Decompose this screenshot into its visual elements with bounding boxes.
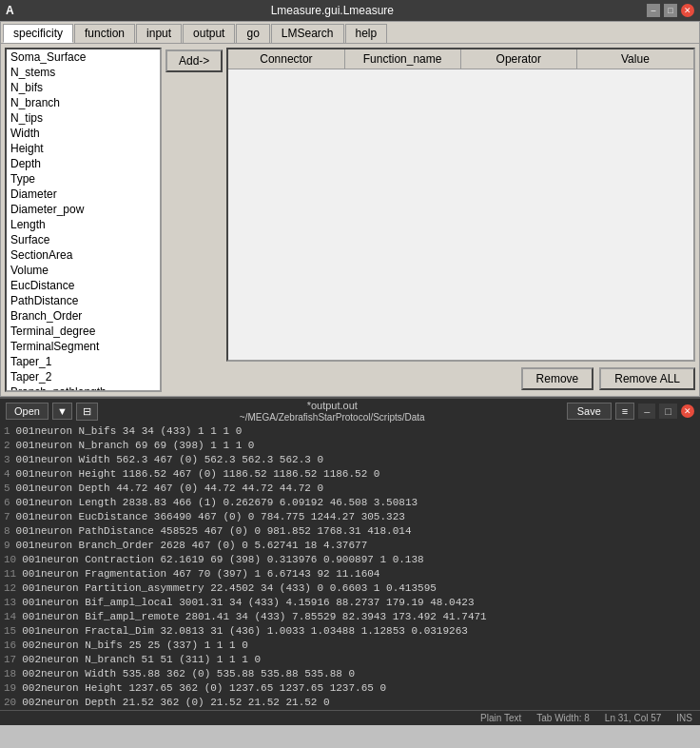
open-dropdown-button[interactable]: ▼ (52, 403, 72, 420)
close-button[interactable]: ✕ (681, 4, 694, 17)
line-content: 002neuron Width 535.88 362 (0) 535.88 53… (22, 668, 700, 679)
list-container: Soma_SurfaceN_stemsN_bifsN_branchN_tipsW… (5, 48, 162, 392)
text-line: 15001neuron Fractal_Dim 32.0813 31 (436)… (0, 625, 700, 640)
tab-LMSearch[interactable]: LMSearch (271, 24, 344, 43)
line-content: 001neuron Bif_ampl_remote 2801.41 34 (43… (22, 611, 700, 622)
tab-go[interactable]: go (236, 24, 269, 43)
tab-output[interactable]: output (183, 24, 235, 43)
line-number: 20 (0, 697, 22, 708)
list-item[interactable]: SectionArea (7, 247, 160, 263)
list-item[interactable]: PathDistance (7, 293, 160, 308)
list-item[interactable]: Height (7, 141, 160, 156)
text-line: 3001neuron Width 562.3 467 (0) 562.3 562… (0, 454, 700, 468)
function-list[interactable]: Soma_SurfaceN_stemsN_bifsN_branchN_tipsW… (5, 48, 162, 392)
bottom-close-button[interactable]: ✕ (681, 404, 694, 418)
open-button[interactable]: Open (6, 403, 49, 420)
line-number: 6 (0, 497, 16, 508)
add-button[interactable]: Add-> (165, 49, 223, 72)
bottom-minimize-button[interactable]: – (638, 404, 655, 419)
right-area: ConnectorFunction_nameOperatorValue (226, 48, 695, 362)
line-content: 001neuron Width 562.3 467 (0) 562.3 562.… (16, 454, 700, 465)
line-number: 17 (0, 654, 22, 665)
text-line: 1001neuron N_bifs 34 34 (433) 1 1 1 0 (0, 425, 700, 440)
list-item[interactable]: N_tips (7, 110, 160, 126)
add-btn-area: Add-> (165, 48, 223, 362)
bottom-icon-button[interactable]: ⊟ (76, 403, 98, 421)
list-item[interactable]: Branch_Order (7, 308, 160, 324)
list-item[interactable]: N_bifs (7, 80, 160, 95)
line-content: 001neuron Fractal_Dim 32.0813 31 (436) 1… (22, 625, 700, 637)
bottom-maximize-button[interactable]: □ (659, 404, 677, 419)
list-item[interactable]: Terminal_degree (7, 324, 160, 339)
list-item[interactable]: Volume (7, 263, 160, 278)
line-number: 14 (0, 611, 22, 622)
insert-mode: INS (676, 713, 692, 723)
list-item[interactable]: TerminalSegment (7, 339, 160, 354)
line-number: 7 (0, 511, 16, 522)
mid-section: Add-> ConnectorFunction_nameOperatorValu… (165, 48, 695, 362)
function-table: ConnectorFunction_nameOperatorValue (226, 48, 695, 362)
list-item[interactable]: N_stems (7, 65, 160, 80)
line-content: 002neuron Depth 21.52 362 (0) 21.52 21.5… (22, 697, 700, 708)
line-content: 001neuron Contraction 62.1619 69 (398) 0… (22, 554, 700, 565)
title-controls: – □ ✕ (647, 4, 694, 17)
line-number: 4 (0, 468, 16, 480)
line-content: 001neuron N_bifs 34 34 (433) 1 1 1 0 (16, 425, 700, 437)
list-item[interactable]: Taper_1 (7, 354, 160, 369)
table-header-cell: Operator (461, 49, 577, 69)
list-item[interactable]: Type (7, 171, 160, 187)
line-content: 001neuron Depth 44.72 467 (0) 44.72 44.7… (16, 482, 700, 494)
minimize-button[interactable]: – (647, 4, 660, 17)
text-line: 10001neuron Contraction 62.1619 69 (398)… (0, 554, 700, 568)
line-number: 9 (0, 540, 16, 551)
text-line: 7001neuron EucDistance 366490 467 (0) 0 … (0, 511, 700, 525)
tab-input[interactable]: input (136, 24, 182, 43)
text-line: 20002neuron Depth 21.52 362 (0) 21.52 21… (0, 697, 700, 710)
line-content: 001neuron EucDistance 366490 467 (0) 0 7… (16, 511, 700, 522)
text-line: 18002neuron Width 535.88 362 (0) 535.88 … (0, 668, 700, 682)
tab-specificity[interactable]: specificity (3, 24, 73, 43)
text-line: 8001neuron PathDistance 458525 467 (0) 0… (0, 525, 700, 540)
list-item[interactable]: Surface (7, 232, 160, 247)
line-number: 13 (0, 597, 22, 608)
list-item[interactable]: N_branch (7, 95, 160, 110)
tab-width: Tab Width: 8 (536, 713, 590, 723)
text-line: 4001neuron Height 1186.52 467 (0) 1186.5… (0, 468, 700, 482)
text-line: 11001neuron Fragmentation 467 70 (397) 1… (0, 568, 700, 582)
bottom-title-bar: Open ▼ ⊟ *output.out ~/MEGA/ZebrafishSta… (0, 399, 700, 423)
line-content: 001neuron Partition_asymmetry 22.4502 34… (22, 582, 700, 594)
list-item[interactable]: EucDistance (7, 278, 160, 293)
bottom-title-center: *output.out ~/MEGA/ZebrafishStarProtocol… (98, 400, 567, 423)
list-item[interactable]: Depth (7, 156, 160, 171)
text-editor[interactable]: 1001neuron N_bifs 34 34 (433) 1 1 1 0200… (0, 423, 700, 710)
line-number: 5 (0, 482, 16, 494)
menu-button[interactable]: ≡ (615, 403, 634, 420)
list-item[interactable]: Length (7, 217, 160, 232)
list-item[interactable]: Width (7, 126, 160, 141)
tab-help[interactable]: help (345, 24, 388, 43)
line-content: 001neuron Bif_ampl_local 3001.31 34 (433… (22, 597, 700, 608)
list-item[interactable]: Diameter (7, 187, 160, 202)
list-item[interactable]: Soma_Surface (7, 49, 160, 65)
list-item[interactable]: Branch_pathlength (7, 384, 160, 392)
editor-mode: Plain Text (480, 713, 521, 723)
remove-button[interactable]: Remove (521, 367, 594, 390)
list-item[interactable]: Diameter_pow (7, 202, 160, 217)
menu-tabs: specificityfunctioninputoutputgoLMSearch… (1, 22, 699, 44)
remove-all-button[interactable]: Remove ALL (599, 367, 695, 390)
line-content: 001neuron Fragmentation 467 70 (397) 1 6… (22, 568, 700, 580)
line-number: 10 (0, 554, 22, 565)
tab-function[interactable]: function (74, 24, 135, 43)
save-button[interactable]: Save (567, 403, 612, 420)
line-content: 001neuron Length 2838.83 466 (1) 0.26267… (16, 497, 700, 508)
line-content: 001neuron Branch_Order 2628 467 (0) 0 5.… (16, 540, 700, 551)
bottom-title-right: Save ≡ – □ ✕ (567, 403, 694, 420)
bottom-title-left: Open ▼ ⊟ (6, 403, 98, 421)
maximize-button[interactable]: □ (664, 4, 677, 17)
line-number: 2 (0, 440, 16, 451)
text-line: 2001neuron N_branch 69 69 (398) 1 1 1 0 (0, 440, 700, 454)
remove-btns-area: Remove Remove ALL (165, 365, 695, 392)
text-line: 16002neuron N_bifs 25 25 (337) 1 1 1 0 (0, 640, 700, 654)
text-line: 14001neuron Bif_ampl_remote 2801.41 34 (… (0, 611, 700, 625)
list-item[interactable]: Taper_2 (7, 369, 160, 384)
